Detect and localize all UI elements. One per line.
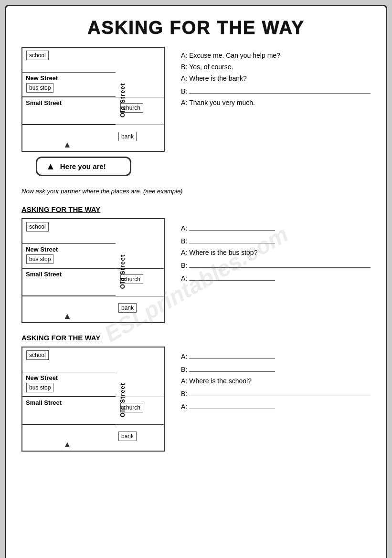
bus-stop-label-2: bus stop xyxy=(26,254,53,264)
dialogue1-line5: A: Thank you very much. xyxy=(181,99,371,106)
map1-container: school New Street bus stop Small Street … xyxy=(21,47,170,179)
dialogue1: A: Excuse me. Can you help me? B: Yes, o… xyxy=(181,47,371,179)
small-street-label-3: Small Street xyxy=(24,398,64,407)
dialogue2-line4: B: xyxy=(181,260,371,269)
map1-row4: ▲ xyxy=(22,125,116,153)
dialogue1-line1: A: Excuse me. Can you help me? xyxy=(181,52,371,59)
map1: school New Street bus stop Small Street … xyxy=(21,47,165,152)
section2-block: ASKING FOR THE WAY school New Street bus… xyxy=(21,205,371,323)
map3: school New Street bus stop Small Street … xyxy=(21,347,165,452)
dialogue1-line2: B: Yes, of course. xyxy=(181,63,371,71)
school-label-2: school xyxy=(26,222,49,232)
instruction-text: Now ask your partner where the places ar… xyxy=(21,188,371,195)
dialogue2-line3: A: Where is the bus stop? xyxy=(181,249,371,256)
dialogue3-line1: A: xyxy=(181,351,371,360)
map3-row4: ▲ xyxy=(22,425,116,453)
section1: school New Street bus stop Small Street … xyxy=(21,47,371,179)
new-street-label-1: New Street xyxy=(24,74,60,83)
school-label-1: school xyxy=(26,51,49,60)
section2-title: ASKING FOR THE WAY xyxy=(21,205,371,213)
dialogue2-line2: B: xyxy=(181,236,371,245)
arrow-marker-3: ▲ xyxy=(63,440,72,450)
here-you-are-box: ▲ Here you are! xyxy=(36,157,131,176)
dialogue3: A: B: A: Where is the school? B: A: xyxy=(181,347,371,452)
map2: school New Street bus stop Small Street … xyxy=(21,218,165,323)
section2: school New Street bus stop Small Street … xyxy=(21,218,371,323)
map3-row2: New Street bus stop xyxy=(22,372,116,397)
arrow-marker-2: ▲ xyxy=(63,311,72,321)
small-street-label-1: Small Street xyxy=(24,98,64,107)
map2-row3: Small Street xyxy=(22,269,116,296)
map2-container: school New Street bus stop Small Street … xyxy=(21,218,170,323)
page-title: ASKING FOR THE WAY xyxy=(21,18,371,38)
school-label-3: school xyxy=(26,350,49,360)
bus-stop-label-3: bus stop xyxy=(26,383,53,392)
map2-row4: ▲ xyxy=(22,296,116,324)
bus-stop-label-1: bus stop xyxy=(26,83,53,93)
dialogue3-line5: A: xyxy=(181,401,371,411)
dialogue2-line1: A: xyxy=(181,223,371,232)
map1-row1: school xyxy=(22,48,116,73)
dialogue3-line4: B: xyxy=(181,389,371,398)
page: ESLprintables.com ASKING FOR THE WAY sch… xyxy=(5,5,387,558)
map2-row1: school xyxy=(22,219,116,244)
section3: school New Street bus stop Small Street … xyxy=(21,347,371,452)
section1-block: school New Street bus stop Small Street … xyxy=(21,47,371,195)
section3-title: ASKING FOR THE WAY xyxy=(21,334,371,342)
arrow-marker-1: ▲ xyxy=(63,140,72,150)
dialogue2: A: B: A: Where is the bus stop? B: A: xyxy=(181,218,371,323)
map3-row1: school xyxy=(22,347,116,372)
old-street-label-1: Old Street xyxy=(117,48,127,153)
small-street-label-2: Small Street xyxy=(24,270,64,279)
dialogue1-line4: B: xyxy=(181,86,371,95)
dialogue1-line3: A: Where is the bank? xyxy=(181,74,371,82)
here-you-are-text: Here you are! xyxy=(60,162,106,170)
dialogue3-line3: A: Where is the school? xyxy=(181,377,371,385)
map3-row3: Small Street xyxy=(22,397,116,425)
map1-row2: New Street bus stop xyxy=(22,73,116,97)
map2-row2: New Street bus stop xyxy=(22,244,116,269)
map3-container: school New Street bus stop Small Street … xyxy=(21,347,170,452)
map1-row3: Small Street xyxy=(22,97,116,125)
old-street-label-3: Old Street xyxy=(117,347,127,453)
dialogue2-line5: A: xyxy=(181,273,371,282)
section3-block: ASKING FOR THE WAY school New Street bus… xyxy=(21,334,371,452)
here-arrow-icon: ▲ xyxy=(46,161,55,172)
old-street-label-2: Old Street xyxy=(117,219,127,324)
new-street-label-3: New Street xyxy=(24,373,60,382)
new-street-label-2: New Street xyxy=(24,245,60,254)
dialogue3-line2: B: xyxy=(181,364,371,373)
